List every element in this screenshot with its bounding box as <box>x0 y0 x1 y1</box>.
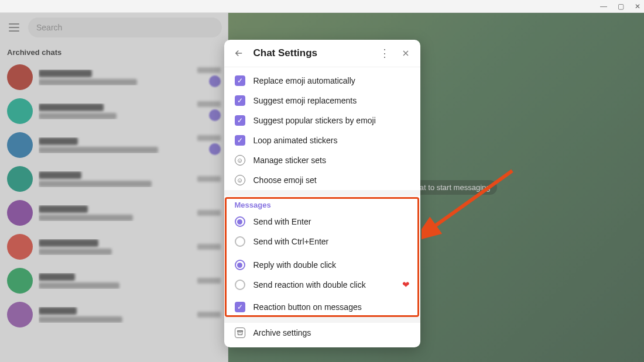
setting-loop-animated[interactable]: ✓ Loop animated stickers <box>224 130 420 150</box>
option-reply-double-click[interactable]: Reply with double click <box>224 255 420 275</box>
chat-list-item[interactable] <box>0 162 228 196</box>
chat-preview <box>39 79 137 85</box>
chat-name <box>39 239 98 247</box>
avatar <box>7 132 33 158</box>
radio-unselected-icon <box>235 236 245 247</box>
setting-label: Manage sticker sets <box>254 156 327 165</box>
chat-preview <box>39 316 122 323</box>
unread-badge <box>209 75 221 87</box>
setting-archive-settings[interactable]: Archive settings <box>224 323 420 343</box>
setting-label: Reaction button on messages <box>254 302 362 312</box>
setting-suggest-emoji[interactable]: ✓ Suggest emoji replacements <box>224 91 420 111</box>
radio-selected-icon <box>235 216 245 227</box>
option-label: Reply with double click <box>254 260 337 270</box>
setting-suggest-stickers[interactable]: ✓ Suggest popular stickers by emoji <box>224 111 420 130</box>
setting-manage-sticker-sets[interactable]: ☺ Manage sticker sets <box>224 150 420 170</box>
setting-choose-emoji-set[interactable]: ☺ Choose emoji set <box>224 170 420 190</box>
setting-label: Replace emoji automatically <box>254 76 355 85</box>
chat-list-item[interactable] <box>0 264 228 298</box>
chat-date <box>197 135 221 141</box>
dialog-title: Chat Settings <box>254 47 370 59</box>
chat-date <box>197 67 221 73</box>
hamburger-menu-button[interactable] <box>6 19 22 36</box>
messages-group-label: Messages <box>224 196 420 212</box>
avatar <box>7 302 33 327</box>
setting-replace-emoji[interactable]: ✓ Replace emoji automatically <box>224 71 420 91</box>
setting-label: Loop animated stickers <box>254 136 338 145</box>
checkbox-checked-icon: ✓ <box>235 115 245 126</box>
option-label: Send with Ctrl+Enter <box>254 237 329 246</box>
chat-list-item[interactable] <box>0 196 228 230</box>
chat-name <box>39 307 77 315</box>
option-label: Send with Enter <box>254 217 311 226</box>
chat-preview <box>39 282 119 289</box>
smiley-icon: ☺ <box>235 175 245 185</box>
chat-settings-dialog: Chat Settings ⋮ ✓ Replace emoji automati… <box>224 40 420 347</box>
chat-list-item[interactable] <box>0 230 228 264</box>
chat-preview <box>39 113 117 119</box>
setting-label: Archive settings <box>254 328 311 337</box>
checkbox-checked-icon: ✓ <box>235 135 245 146</box>
chat-list-item[interactable] <box>0 60 228 94</box>
avatar <box>7 64 33 90</box>
avatar <box>7 268 33 294</box>
chat-list-item[interactable] <box>0 128 228 162</box>
chat-name <box>39 171 81 179</box>
maximize-button[interactable]: ▢ <box>618 2 624 11</box>
radio-unselected-icon <box>235 280 245 290</box>
chat-name <box>39 273 75 281</box>
checkbox-checked-icon: ✓ <box>235 302 245 312</box>
heart-icon: ❤ <box>402 280 410 290</box>
minimize-button[interactable]: — <box>600 2 607 11</box>
chat-preview <box>39 249 112 255</box>
sidebar: Search Archived chats <box>0 13 228 362</box>
window-close-button[interactable]: ✕ <box>635 2 640 11</box>
unread-badge <box>209 109 221 121</box>
setting-label: Suggest popular stickers by emoji <box>254 116 376 125</box>
chat-name <box>39 70 92 77</box>
search-input[interactable]: Search <box>28 18 222 37</box>
chat-preview <box>39 147 158 153</box>
archived-chats-label: Archived chats <box>0 42 228 60</box>
chat-name <box>39 104 104 111</box>
setting-label: Suggest emoji replacements <box>254 96 357 105</box>
avatar <box>7 234 33 260</box>
setting-reaction-button[interactable]: ✓ Reaction button on messages <box>224 297 420 317</box>
avatar <box>7 98 33 124</box>
chat-date <box>197 312 221 318</box>
checkbox-checked-icon: ✓ <box>235 95 245 106</box>
dialog-close-button[interactable] <box>399 47 412 60</box>
chat-name <box>39 137 78 145</box>
chat-list-item[interactable] <box>0 94 228 128</box>
chat-date <box>197 244 221 250</box>
chat-preview <box>39 181 152 187</box>
chat-date <box>197 278 221 284</box>
avatar <box>7 200 33 226</box>
option-send-reaction-double-click[interactable]: Send reaction with double click ❤ <box>224 275 420 295</box>
option-send-with-enter[interactable]: Send with Enter <box>224 212 420 232</box>
window-titlebar: — ▢ ✕ <box>0 0 644 13</box>
unread-badge <box>209 143 221 155</box>
chat-list-item[interactable] <box>0 298 228 332</box>
chat-date <box>197 101 221 107</box>
avatar <box>7 166 33 192</box>
chat-date <box>197 210 221 216</box>
smiley-icon: ☺ <box>235 155 245 166</box>
option-send-with-ctrl-enter[interactable]: Send with Ctrl+Enter <box>224 232 420 251</box>
chat-preview <box>39 215 133 221</box>
checkbox-checked-icon: ✓ <box>235 75 245 86</box>
chat-name <box>39 205 88 213</box>
setting-label: Choose emoji set <box>254 175 317 185</box>
back-button[interactable] <box>232 47 245 60</box>
more-menu-button[interactable]: ⋮ <box>378 47 391 60</box>
chat-date <box>197 176 221 182</box>
radio-selected-icon <box>235 260 245 270</box>
archive-icon <box>235 327 245 338</box>
option-label: Send reaction with double click <box>254 280 366 289</box>
